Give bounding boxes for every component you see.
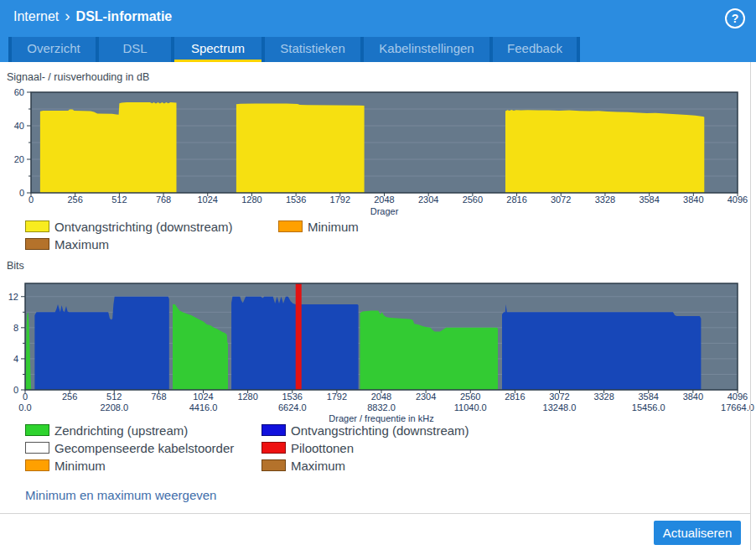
- dsl-information-page: Internet › DSL-informatie ? OverzichtDSL…: [0, 0, 756, 550]
- legend-swatch-icon: [278, 221, 303, 232]
- tab-dsl[interactable]: DSL: [99, 37, 171, 62]
- svg-text:40: 40: [14, 121, 24, 131]
- svg-text:2304: 2304: [418, 195, 438, 205]
- svg-text:4416.0: 4416.0: [189, 402, 218, 412]
- svg-text:6624.0: 6624.0: [278, 402, 307, 412]
- svg-text:8832.0: 8832.0: [367, 402, 396, 412]
- svg-text:0: 0: [19, 188, 24, 198]
- svg-text:12: 12: [8, 292, 18, 302]
- svg-text:3328: 3328: [593, 392, 614, 402]
- tab-feedback[interactable]: Feedback: [493, 37, 577, 62]
- svg-text:2208.0: 2208.0: [100, 402, 128, 412]
- svg-text:4: 4: [13, 354, 18, 364]
- legend-label: Zendrichting (upstream): [54, 423, 188, 438]
- legend-item: Ontvangstrichting (downstream): [261, 423, 469, 437]
- svg-text:0: 0: [28, 195, 34, 205]
- svg-text:3584: 3584: [639, 392, 659, 402]
- legend-label: Maximum: [54, 237, 109, 252]
- snr-chart: 0256512768102412801536179220482304256028…: [0, 82, 756, 223]
- svg-text:1792: 1792: [327, 392, 347, 402]
- legend-item: Gecompenseerde kabelstoorder: [25, 441, 261, 454]
- svg-text:2560: 2560: [460, 392, 480, 402]
- svg-text:1280: 1280: [241, 195, 261, 205]
- svg-text:1280: 1280: [237, 392, 257, 402]
- tab-overzicht[interactable]: Overzicht: [12, 37, 96, 62]
- legend-label: Piloottonen: [291, 441, 354, 455]
- snr-chart-legend: Ontvangstrichting (downstream)MinimumMax…: [25, 220, 359, 251]
- svg-text:Drager: Drager: [370, 206, 399, 216]
- svg-text:2816: 2816: [505, 392, 525, 402]
- svg-text:768: 768: [151, 392, 166, 402]
- svg-text:13248.0: 13248.0: [543, 402, 577, 412]
- legend-swatch-icon: [261, 442, 286, 454]
- legend-item: Minimum: [278, 220, 359, 233]
- tab-kabelinstellingen[interactable]: Kabelinstellingen: [364, 37, 489, 62]
- svg-text:768: 768: [156, 195, 171, 205]
- svg-text:3584: 3584: [639, 195, 659, 205]
- legend-item: Minimum: [25, 459, 261, 472]
- svg-text:512: 512: [111, 195, 127, 205]
- bits-chart: 0256512768102412801536179220482304256028…: [0, 275, 756, 428]
- svg-text:20: 20: [14, 154, 24, 164]
- legend-swatch-icon: [25, 459, 49, 471]
- legend-item: Maximum: [261, 459, 469, 472]
- svg-text:8: 8: [13, 323, 18, 333]
- svg-text:1536: 1536: [282, 392, 303, 402]
- svg-text:4096: 4096: [728, 392, 748, 402]
- legend-swatch-icon: [25, 424, 49, 436]
- show-min-max-link[interactable]: Minimum en maximum weergeven: [25, 488, 216, 502]
- legend-item: Maximum: [25, 237, 278, 251]
- breadcrumb-internet[interactable]: Internet: [13, 9, 59, 24]
- svg-text:3072: 3072: [549, 392, 569, 402]
- svg-text:256: 256: [68, 195, 83, 205]
- svg-text:2816: 2816: [506, 195, 526, 205]
- breadcrumb: Internet › DSL-informatie: [13, 9, 172, 24]
- svg-text:1792: 1792: [330, 195, 350, 205]
- svg-text:2304: 2304: [416, 392, 436, 402]
- svg-text:3072: 3072: [551, 195, 571, 205]
- tab-spectrum[interactable]: Spectrum: [174, 37, 261, 62]
- svg-text:1024: 1024: [193, 392, 213, 402]
- header: Internet › DSL-informatie ? OverzichtDSL…: [0, 0, 756, 62]
- refresh-button[interactable]: Actualiseren: [654, 521, 741, 545]
- svg-text:3840: 3840: [683, 195, 703, 205]
- tab-statistieken[interactable]: Statistieken: [265, 37, 360, 62]
- svg-text:0.0: 0.0: [18, 402, 31, 412]
- svg-text:2560: 2560: [463, 195, 483, 205]
- snr-chart-title: Signaal- / ruisverhouding in dB: [7, 71, 149, 83]
- svg-text:512: 512: [106, 392, 122, 402]
- svg-text:17664.0: 17664.0: [721, 402, 754, 412]
- breadcrumb-current: DSL-informatie: [76, 9, 173, 24]
- svg-text:256: 256: [62, 392, 77, 402]
- bits-chart-title: Bits: [7, 260, 24, 272]
- legend-label: Minimum: [54, 459, 106, 473]
- content-right-edge: [750, 62, 751, 550]
- svg-text:4096: 4096: [728, 195, 748, 205]
- legend-swatch-icon: [261, 459, 286, 471]
- svg-text:1536: 1536: [286, 195, 306, 205]
- legend-label: Minimum: [308, 220, 359, 234]
- legend-swatch-icon: [25, 442, 49, 454]
- svg-text:1024: 1024: [198, 195, 218, 205]
- legend-item: Zendrichting (upstream): [25, 423, 261, 437]
- legend-label: Ontvangstrichting (downstream): [291, 423, 469, 438]
- legend-swatch-icon: [261, 424, 286, 436]
- svg-text:0: 0: [13, 385, 18, 395]
- tab-bar: OverzichtDSLSpectrumStatistiekenKabelins…: [8, 37, 580, 62]
- legend-label: Maximum: [291, 459, 345, 473]
- svg-text:3840: 3840: [683, 392, 703, 402]
- legend-swatch-icon: [25, 221, 49, 232]
- breadcrumb-chevron-icon: ›: [65, 9, 70, 23]
- help-icon[interactable]: ?: [725, 8, 745, 29]
- footer-divider: [0, 513, 751, 514]
- svg-text:15456.0: 15456.0: [632, 402, 665, 412]
- svg-text:2048: 2048: [371, 392, 391, 402]
- svg-text:3328: 3328: [595, 195, 615, 205]
- legend-label: Gecompenseerde kabelstoorder: [54, 441, 234, 455]
- bits-chart-legend: Zendrichting (upstream)Ontvangstrichting…: [25, 423, 469, 472]
- svg-text:0: 0: [23, 392, 28, 402]
- legend-item: Ontvangstrichting (downstream): [25, 220, 278, 233]
- svg-text:Drager / frequentie in kHz: Drager / frequentie in kHz: [329, 413, 433, 423]
- legend-item: Piloottonen: [261, 441, 469, 454]
- legend-swatch-icon: [25, 238, 49, 250]
